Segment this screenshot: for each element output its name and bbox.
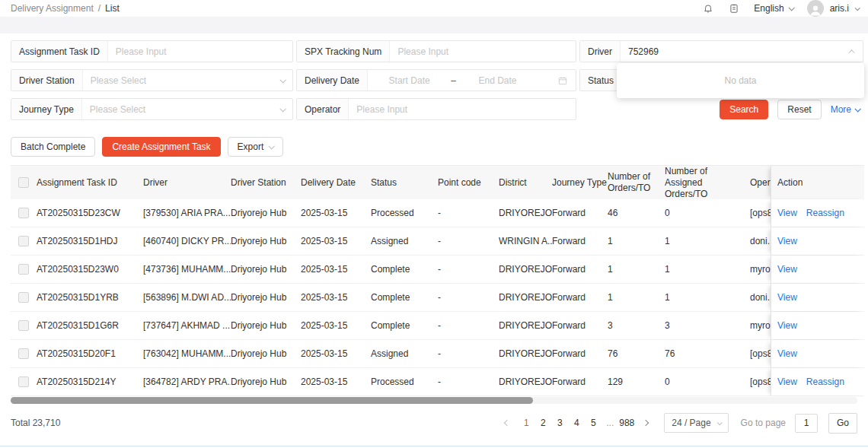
main-panel: Assignment Task ID SPX Tracking Num Driv… <box>0 33 868 448</box>
cell-number-of-orders: 1 <box>608 264 665 275</box>
cell-number-of-assigned-orders: 0 <box>665 377 750 387</box>
spx-tracking-num-input[interactable] <box>390 41 576 62</box>
journey-type-field: Journey Type <box>11 98 293 120</box>
view-link[interactable]: View <box>777 348 797 359</box>
cell-number-of-assigned-orders: 76 <box>665 348 750 359</box>
batch-complete-button[interactable]: Batch Complete <box>11 137 95 157</box>
cell-point-code: - <box>438 208 499 218</box>
select-all-checkbox[interactable] <box>18 177 29 188</box>
horizontal-scrollbar-thumb[interactable] <box>11 397 533 404</box>
task-clipboard-icon[interactable] <box>728 2 740 14</box>
chevron-down-icon <box>716 420 722 425</box>
cell-assignment-task-id: AT20250315D1G6R <box>37 320 143 331</box>
row-checkbox[interactable] <box>18 236 29 246</box>
cell-status: Complete <box>371 292 438 303</box>
cell-number-of-assigned-orders: 1 <box>665 264 750 275</box>
row-checkbox[interactable] <box>18 264 29 275</box>
create-assignment-task-button[interactable]: Create Assignment Task <box>102 137 220 157</box>
reassign-link[interactable]: Reassign <box>806 377 844 387</box>
operator-label: Operator <box>297 99 349 119</box>
assignment-task-id-label: Assignment Task ID <box>11 41 108 62</box>
calendar-icon[interactable] <box>557 75 568 86</box>
page-number[interactable]: 4 <box>568 414 585 432</box>
row-checkbox[interactable] <box>18 208 29 218</box>
notification-bell-icon[interactable] <box>702 2 714 14</box>
cell-number-of-orders: 129 <box>608 377 665 387</box>
cell-district: DRIYOREJO... <box>499 377 552 387</box>
table-row: AT20250315D1YRB [563896] M.DWI AD... Dri… <box>11 284 864 312</box>
chevron-right-icon <box>643 420 649 426</box>
driver-field: Driver <box>579 40 863 62</box>
cell-delivery-date: 2025-03-15 <box>301 264 371 275</box>
operator-input[interactable] <box>349 99 576 119</box>
driver-station-select[interactable] <box>83 70 292 91</box>
top-bar: Delivery Assignment/List English aris.i <box>0 0 868 17</box>
journey-type-select[interactable] <box>82 99 292 119</box>
row-checkbox[interactable] <box>18 377 29 387</box>
export-button[interactable]: Export <box>228 137 284 157</box>
cell-point-code: - <box>438 377 499 387</box>
cell-journey-type: Forward <box>552 348 608 359</box>
cell-driver-station: Driyorejo Hub <box>231 236 301 246</box>
cell-action: View <box>771 227 864 255</box>
view-link[interactable]: View <box>777 292 797 303</box>
cell-status: Assigned <box>371 348 438 359</box>
next-page-button[interactable] <box>638 414 653 432</box>
cell-driver: [460740] DICKY PR... <box>143 236 231 246</box>
breadcrumb-parent[interactable]: Delivery Assignment <box>11 3 94 14</box>
row-checkbox-cell <box>11 320 37 331</box>
page-size-selector[interactable]: 24 / Page <box>664 413 728 433</box>
search-button[interactable]: Search <box>720 100 768 119</box>
start-date-input[interactable] <box>368 75 451 86</box>
user-menu[interactable]: aris.i <box>807 0 859 17</box>
reset-button[interactable]: Reset <box>777 100 821 119</box>
bottom-divider <box>0 446 868 446</box>
username-label: aris.i <box>830 3 849 14</box>
total-count-label: Total 23,710 <box>11 418 60 428</box>
chevron-down-icon <box>855 5 860 11</box>
date-range-separator: – <box>451 75 456 86</box>
assignment-task-id-input[interactable] <box>108 41 292 62</box>
go-to-page-input[interactable] <box>795 414 818 433</box>
table-row: AT20250315D23W0 [473736] MUHAMM... Driyo… <box>11 256 864 284</box>
cell-action: View <box>771 312 864 339</box>
column-header-journey-type: Journey Type <box>552 177 608 188</box>
cell-action: ViewReassign <box>771 199 864 227</box>
page-number[interactable]: 3 <box>551 414 568 432</box>
go-to-page-label: Go to page <box>741 418 786 428</box>
table-row: AT20250315D1G6R [737647] AKHMAD ... Driy… <box>11 312 864 340</box>
page-number[interactable]: 988 <box>618 414 635 432</box>
cell-status: Complete <box>371 320 438 331</box>
cell-delivery-date: 2025-03-15 <box>301 292 371 303</box>
view-link[interactable]: View <box>777 236 797 246</box>
go-button[interactable]: Go <box>828 413 857 434</box>
view-link[interactable]: View <box>777 208 797 218</box>
view-link[interactable]: View <box>777 377 797 387</box>
cell-journey-type: Forward <box>552 292 608 303</box>
previous-page-button[interactable] <box>499 414 515 432</box>
cell-delivery-date: 2025-03-15 <box>301 377 371 387</box>
reassign-link[interactable]: Reassign <box>806 208 844 218</box>
cell-point-code: - <box>438 264 499 275</box>
row-checkbox[interactable] <box>18 320 29 331</box>
page-number[interactable]: 2 <box>535 414 551 432</box>
row-checkbox[interactable] <box>18 292 29 303</box>
cell-action: View <box>771 284 864 311</box>
row-checkbox[interactable] <box>18 348 29 359</box>
table-row: AT20250315D23CW [379530] ARIA PRA... Dri… <box>11 199 864 227</box>
end-date-input[interactable] <box>456 75 539 86</box>
driver-input[interactable] <box>621 41 863 62</box>
cell-delivery-date: 2025-03-15 <box>301 320 371 331</box>
page-number[interactable]: 1 <box>518 414 535 432</box>
table-row: AT20250315D1HDJ [460740] DICKY PR... Dri… <box>11 227 864 256</box>
view-link[interactable]: View <box>777 320 797 331</box>
language-selector[interactable]: English <box>754 3 793 14</box>
row-checkbox-cell <box>11 348 37 359</box>
column-header-number-of-orders: Number of Orders/TO <box>608 171 665 194</box>
cell-driver: [364782] ARDY PRA... <box>143 377 231 387</box>
page-number[interactable]: 5 <box>585 414 602 432</box>
more-filters-toggle[interactable]: More <box>831 104 860 115</box>
cell-district: DRIYOREJO... <box>499 348 552 359</box>
view-link[interactable]: View <box>777 264 797 275</box>
dropdown-empty-text: No data <box>724 75 756 86</box>
